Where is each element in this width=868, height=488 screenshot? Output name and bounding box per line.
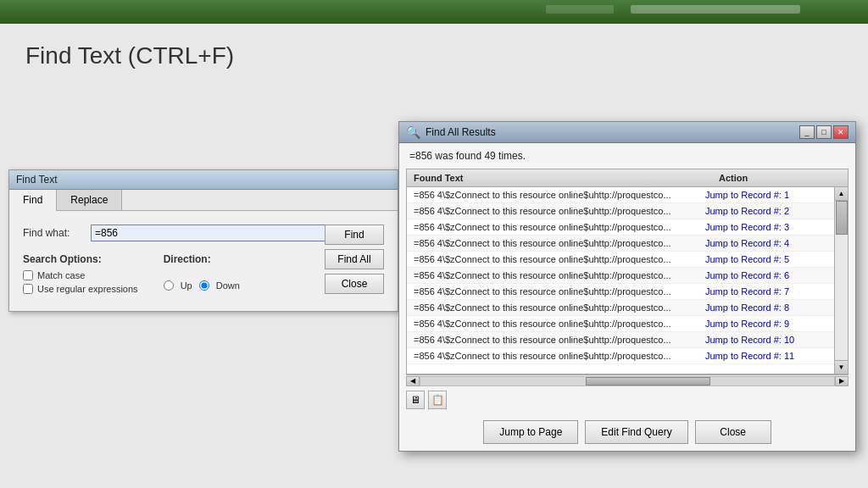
cell-action-2[interactable]: Jump to Record #: 2 [698, 206, 834, 216]
use-regex-label: Use regular expressions [37, 284, 138, 294]
find-all-dialog: 🔍 Find All Results _ □ ✕ =856 was found … [398, 121, 856, 452]
cell-action-3[interactable]: Jump to Record #: 3 [698, 222, 834, 232]
top-bar-accent [631, 5, 800, 14]
result-row[interactable]: =856 4\$zConnect to this resource online… [407, 219, 834, 236]
maximize-button[interactable]: □ [816, 125, 832, 139]
result-row[interactable]: =856 4\$zConnect to this resource online… [407, 236, 834, 252]
search-options-label: Search Options: [23, 253, 138, 265]
result-row[interactable]: =856 4\$zConnect to this resource online… [407, 300, 834, 316]
top-bar-accent2 [546, 5, 614, 14]
close-find-button[interactable]: Close [325, 274, 384, 294]
results-table-body: =856 4\$zConnect to this resource online… [407, 187, 848, 374]
cell-found-5: =856 4\$zConnect to this resource online… [407, 254, 698, 264]
match-case-label: Match case [37, 270, 85, 280]
toolbar-icons: 🖥 📋 [399, 386, 855, 413]
cell-action-8[interactable]: Jump to Record #: 8 [698, 302, 834, 313]
find-all-title-label: Find All Results [426, 126, 496, 138]
cell-found-8: =856 4\$zConnect to this resource online… [407, 302, 698, 313]
scrollbar-thumb[interactable] [836, 201, 848, 235]
tab-replace[interactable]: Replace [57, 190, 122, 210]
cell-found-3: =856 4\$zConnect to this resource online… [407, 222, 698, 232]
cell-action-11[interactable]: Jump to Record #: 11 [698, 351, 834, 361]
find-all-title-bar: 🔍 Find All Results _ □ ✕ [399, 122, 855, 143]
result-row[interactable]: =856 4\$zConnect to this resource online… [407, 332, 834, 348]
close-all-button[interactable]: Close [695, 420, 771, 444]
dialog-content: Find what: ▼ Search Options: Match case … [9, 211, 398, 311]
cell-action-7[interactable]: Jump to Record #: 7 [698, 286, 834, 297]
find-all-icon: 🔍 [406, 125, 420, 139]
find-text-title-label: Find Text [16, 174, 57, 186]
direction-down-radio[interactable] [199, 280, 209, 291]
hscroll-right[interactable]: ▶ [835, 376, 849, 386]
action-buttons: Find Find All Close [325, 225, 384, 294]
find-text-dialog: Find Text Find Replace Find what: ▼ Sear… [8, 169, 398, 312]
col-action-header: Action [712, 173, 848, 183]
find-all-summary: =856 was found 49 times. [399, 143, 855, 169]
use-regex-row: Use regular expressions [23, 284, 138, 294]
window-close-button[interactable]: ✕ [833, 125, 849, 139]
find-what-label: Find what: [23, 227, 91, 239]
cell-found-7: =856 4\$zConnect to this resource online… [407, 286, 698, 297]
result-row[interactable]: =856 4\$zConnect to this resource online… [407, 203, 834, 219]
find-all-button[interactable]: Find All [325, 249, 384, 269]
find-button[interactable]: Find [325, 225, 384, 245]
cell-found-11: =856 4\$zConnect to this resource online… [407, 351, 698, 361]
direction-col: Direction: Up Down [164, 253, 240, 291]
cell-action-4[interactable]: Jump to Record #: 4 [698, 238, 834, 248]
top-bar [0, 0, 868, 24]
cell-found-6: =856 4\$zConnect to this resource online… [407, 270, 698, 280]
result-row[interactable]: =856 4\$zConnect to this resource online… [407, 268, 834, 284]
cell-action-6[interactable]: Jump to Record #: 6 [698, 270, 834, 280]
match-case-checkbox[interactable] [23, 270, 33, 280]
hscrollbar-thumb [586, 377, 709, 385]
horizontal-scrollbar[interactable]: ◀ ▶ [406, 374, 849, 386]
scrollbar-down[interactable]: ▼ [835, 360, 848, 374]
match-case-row: Match case [23, 270, 138, 280]
page-title: Find Text (CTRL+F) [25, 42, 234, 69]
cell-found-4: =856 4\$zConnect to this resource online… [407, 238, 698, 248]
cell-found-10: =856 4\$zConnect to this resource online… [407, 335, 698, 345]
hscroll-left[interactable]: ◀ [406, 376, 420, 386]
window-controls: _ □ ✕ [799, 125, 849, 139]
jump-to-page-button[interactable]: Jump to Page [483, 420, 578, 444]
col-found-text-header: Found Text [407, 173, 712, 183]
result-row[interactable]: =856 4\$zConnect to this resource online… [407, 348, 834, 364]
toolbar-icon-1[interactable]: 🖥 [406, 391, 425, 409]
cell-found-1: =856 4\$zConnect to this resource online… [407, 190, 698, 200]
toolbar-icon-2[interactable]: 📋 [428, 391, 447, 409]
direction-up-radio[interactable] [164, 280, 174, 291]
direction-up-label: Up [181, 280, 192, 291]
result-row[interactable]: =856 4\$zConnect to this resource online… [407, 284, 834, 300]
hscrollbar-track[interactable] [420, 376, 835, 386]
scrollbar-up[interactable]: ▲ [835, 187, 848, 201]
results-table-wrapper: Found Text Action =856 4\$zConnect to th… [406, 169, 849, 374]
results-table-header: Found Text Action [407, 169, 848, 187]
use-regex-checkbox[interactable] [23, 284, 33, 294]
title-bar-left: 🔍 Find All Results [406, 125, 496, 139]
find-text-title-bar: Find Text [9, 170, 398, 190]
direction-label: Direction: [164, 253, 240, 265]
edit-find-query-button[interactable]: Edit Find Query [585, 420, 687, 444]
cell-found-9: =856 4\$zConnect to this resource online… [407, 319, 698, 329]
minimize-button[interactable]: _ [799, 125, 815, 139]
direction-down-label: Down [216, 280, 240, 291]
search-options-col: Search Options: Match case Use regular e… [23, 253, 138, 297]
cell-action-1[interactable]: Jump to Record #: 1 [698, 190, 834, 200]
tab-find[interactable]: Find [9, 190, 57, 211]
direction-radio-group: Up Down [164, 280, 240, 291]
result-row[interactable]: =856 4\$zConnect to this resource online… [407, 316, 834, 332]
bottom-buttons: Jump to Page Edit Find Query Close [399, 413, 855, 451]
dialog-tabs: Find Replace [9, 190, 398, 211]
page-title-area: Find Text (CTRL+F) [25, 42, 234, 69]
cell-action-9[interactable]: Jump to Record #: 9 [698, 319, 834, 329]
cell-action-5[interactable]: Jump to Record #: 5 [698, 254, 834, 264]
result-row[interactable]: =856 4\$zConnect to this resource online… [407, 252, 834, 268]
vertical-scrollbar[interactable]: ▲ ▼ [834, 187, 848, 374]
cell-action-10[interactable]: Jump to Record #: 10 [698, 335, 834, 345]
cell-found-2: =856 4\$zConnect to this resource online… [407, 206, 698, 216]
result-row[interactable]: =856 4\$zConnect to this resource online… [407, 187, 834, 203]
